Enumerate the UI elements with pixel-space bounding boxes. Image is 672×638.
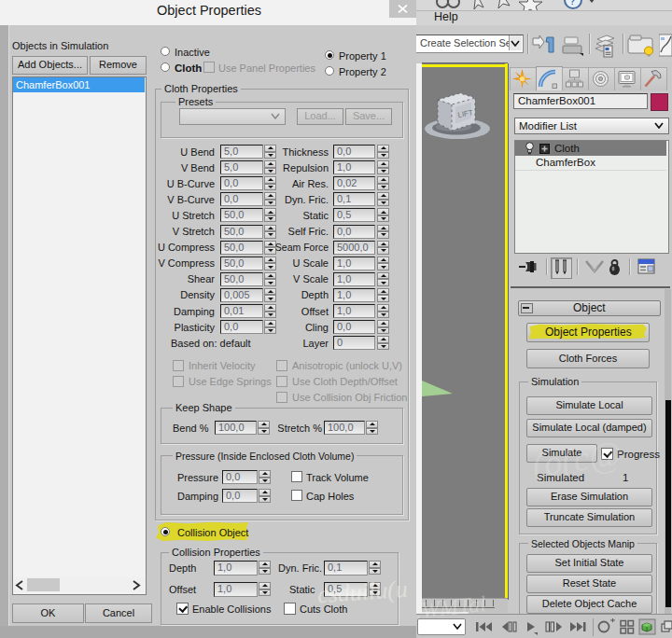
svg-text:?: ? — [569, 0, 576, 7]
